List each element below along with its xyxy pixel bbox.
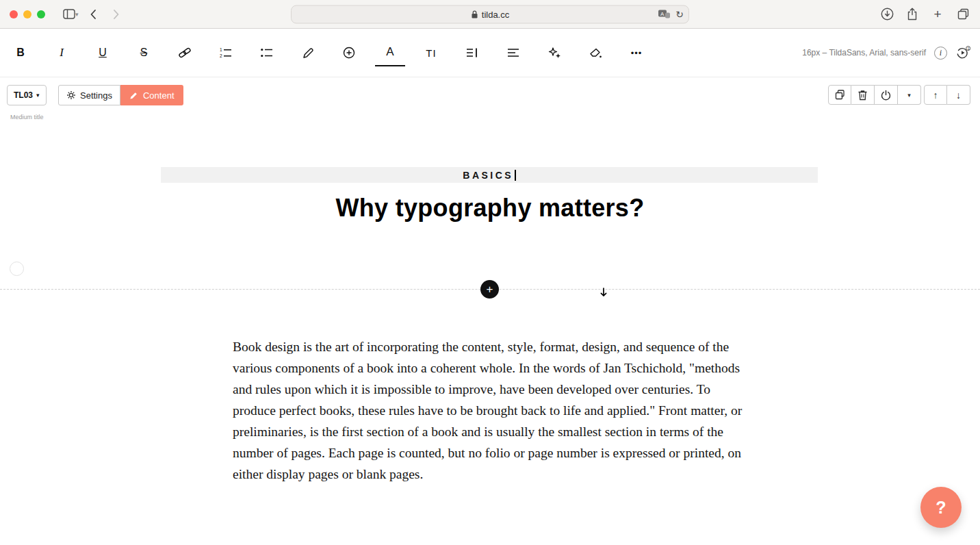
tabs-icon [957,8,969,20]
link-button[interactable] [170,39,200,66]
arrow-down-icon: ↓ [956,90,961,101]
kicker-field[interactable]: BASICS [161,167,818,183]
new-tab-button[interactable]: + [930,5,945,23]
block-more-button[interactable]: ▾ [898,85,921,105]
minimize-window-button[interactable] [23,10,31,18]
share-button[interactable] [905,5,920,23]
text-caret [515,170,516,181]
settings-label: Settings [80,90,112,101]
block-type-label: Medium title [10,114,44,121]
content-button[interactable]: Content [120,85,183,105]
plus-icon: + [487,283,493,296]
text-direction-button[interactable] [457,39,487,66]
text-direction-icon [466,47,478,58]
underline-button[interactable]: U [88,39,118,66]
block-action-buttons: Settings Content [58,85,183,105]
plus-icon: + [933,8,941,21]
tab-overview-button[interactable] [955,5,970,23]
download-icon [881,8,894,21]
ordered-list-icon: 1 2 [220,47,232,58]
chevron-down-icon: ▾ [36,92,40,99]
settings-button[interactable]: Settings [58,85,120,105]
bold-button[interactable]: B [5,39,36,66]
svg-text:1: 1 [968,47,970,51]
translate-icon[interactable]: A [658,10,671,19]
block-side-handle[interactable] [10,262,24,276]
pencil-icon [129,91,138,100]
font-color-button[interactable]: A [375,39,405,66]
duplicate-block-button[interactable] [828,85,851,105]
sidebar-icon [63,9,75,19]
italic-button[interactable]: I [47,39,77,66]
body-paragraph[interactable]: Book design is the art of incorporating … [233,336,747,485]
power-icon [881,90,891,101]
strikethrough-button[interactable]: S [129,39,159,66]
ai-magic-button[interactable] [539,39,569,66]
lock-icon [471,10,478,18]
block-move-group: ↑ ↓ [924,85,970,105]
add-block-button[interactable]: + [480,280,499,299]
browser-chrome: ▾ tilda.cc A ↻ [0,0,980,29]
question-mark-icon: ? [936,498,946,518]
chevron-left-icon [90,9,96,20]
text-size-button[interactable]: TI [416,39,446,66]
downloads-button[interactable] [879,5,894,23]
align-button[interactable] [498,39,528,66]
circle-plus-icon [343,47,355,59]
marker-pencil-icon [302,47,314,59]
unordered-list-button[interactable] [252,39,282,66]
page-canvas: TL03 ▾ Settings Content [0,77,980,545]
gear-icon [66,90,76,100]
move-block-up-button[interactable]: ↑ [924,85,947,105]
svg-text:A: A [660,11,665,17]
unordered-list-icon [261,47,273,58]
kicker-text: BASICS [463,170,513,181]
block-id-button[interactable]: TL03 ▾ [7,85,47,105]
chevron-right-icon [113,9,120,20]
chrome-right-buttons: + [879,5,970,23]
clear-format-button[interactable] [580,39,610,66]
url-text: tilda.cc [482,9,509,19]
hide-block-button[interactable] [875,85,898,105]
duplicate-icon [835,90,845,100]
chevron-down-icon: ▾ [907,92,911,99]
sparkles-icon [548,47,561,59]
marker-button[interactable] [293,39,323,66]
block-tools-group: ▾ [828,85,921,105]
align-lines-icon [507,47,519,58]
trash-icon [858,90,868,101]
anchor-button[interactable] [334,39,364,66]
move-block-down-button[interactable]: ↓ [947,85,970,105]
eraser-icon [589,47,602,58]
link-icon [178,47,192,58]
forward-button[interactable] [107,5,125,23]
info-button[interactable]: i [934,47,947,60]
svg-text:1: 1 [220,47,222,52]
arrow-up-icon: ↑ [933,90,938,101]
share-icon [907,8,918,21]
svg-text:2: 2 [220,53,222,58]
content-label: Content [143,90,175,101]
history-play-icon: 1 [955,46,970,60]
block-id-label: TL03 [14,90,33,100]
close-window-button[interactable] [10,10,18,18]
back-button[interactable] [84,5,102,23]
history-button[interactable]: 1 [955,46,970,60]
page-title[interactable]: Why typography matters? [0,194,980,223]
help-button[interactable]: ? [920,487,962,528]
sidebar-chevron-icon[interactable]: ▾ [75,11,79,18]
url-bar-tools: A ↻ [658,10,684,19]
url-bar[interactable]: tilda.cc A ↻ [291,5,689,23]
reload-icon[interactable]: ↻ [675,10,684,19]
traffic-lights [10,10,45,18]
info-icon: i [940,48,942,58]
toolbar-right: 16px – TildaSans, Arial, sans-serif i 1 [802,46,970,60]
editor-toolbar: B I U S 1 2 A [0,29,980,77]
font-info-label: 16px – TildaSans, Arial, sans-serif [802,48,926,58]
zoom-window-button[interactable] [37,10,45,18]
more-button[interactable]: ••• [621,39,652,66]
delete-block-button[interactable] [851,85,875,105]
ordered-list-button[interactable]: 1 2 [211,39,241,66]
